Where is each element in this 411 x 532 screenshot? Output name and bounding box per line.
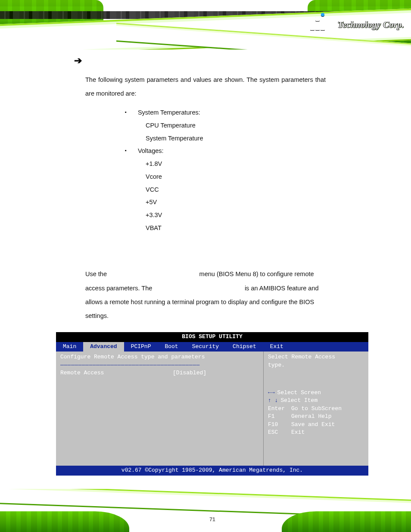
bullet-label: Voltages: [138,147,164,154]
bios-option-value: [Disabled] [173,370,206,376]
key-desc: Select Item [280,397,318,404]
brand-text: Technology Corp. [338,20,404,30]
section-number: 5.3.6 [56,250,72,258]
bios-right-pane: Select Remote Access type. ←→ Select Scr… [264,352,368,466]
list-sub-item: +1.8V [146,158,411,171]
registered-mark: ® [330,22,333,27]
key-code: Enter [268,405,289,413]
bios-tab-main[interactable]: Main [56,342,83,352]
bios-copyright: v02.67 ©Copyright 1985-2009, American Me… [121,467,303,473]
key-code: F1 [268,413,289,420]
bios-title: BIOS SETUP UTILITY [182,333,242,340]
caption-label: BIOS Menu 8: [56,480,94,486]
footer-pcb-right [282,511,411,532]
page-content: ➔ Hardware Health Event Monitoring The f… [0,53,411,482]
list-sub-item: +3.3V [146,209,411,222]
bios-tab-security[interactable]: Security [185,342,226,352]
bios-key-legend: ←→ Select Screen ↑ ↓ Select Item Enter G… [268,389,364,437]
bios-menu-bar: Main Advanced PCIPnP Boot Security Chips… [56,342,368,352]
key-code: F10 [268,421,289,429]
bios-screenshot: BIOS SETUP UTILITY Main Advanced PCIPnP … [56,332,368,475]
key-desc: General Help [291,413,332,420]
bios-caption: BIOS Menu 8: Remote Access Configuration [56,480,411,486]
bios-option-label: Remote Access [60,370,104,376]
section-b-heading: 5.3.6 Remote Access Configuration [56,250,411,258]
p-frag: settings. [85,312,109,319]
section-b-paragraph: Use the Remote Access Configuration menu… [85,267,359,323]
bullet-label: System Temperatures: [138,109,200,116]
section-a-intro: The following system parameters and valu… [85,73,326,100]
right-arrow-icon: ➔ [74,55,82,66]
bios-tab-advanced[interactable]: Advanced [83,342,124,352]
list-sub-item: System Temperature [146,132,411,145]
list-sub-item: Vcore [146,171,411,184]
p-ghost: Remote Access Configuration [154,285,243,292]
p-ghost: Remote Access Configuration [109,271,198,277]
bios-option-remote-access[interactable]: Remote Access [Disabled] [60,369,259,377]
bios-tab-exit[interactable]: Exit [263,342,290,352]
footer-pcb-left [0,511,129,532]
list-sub-item: +5V [146,196,411,209]
bios-help-line: type. [268,361,364,369]
bios-title-bar: BIOS SETUP UTILITY [56,332,368,342]
p-frag: menu (BIOS Menu 8) to configure remote [199,271,314,277]
page-num: 71 [209,516,215,523]
key-code: ESC [268,429,289,436]
list-item: System Temperatures: CPU Temperature Sys… [125,106,411,145]
bios-help-line: Select Remote Access [268,353,364,361]
bios-bottom-bar: v02.67 ©Copyright 1985-2009, American Me… [56,466,368,475]
caption-text: Remote Access Configuration [97,480,180,486]
list-sub-item: VBAT [146,222,411,235]
section-name: Remote Access Configuration [78,250,183,258]
key-desc: Save and Exit [291,421,335,429]
p-frag: is an AMIBIOS feature and [245,285,319,292]
p-frag: access parameters. The [85,285,152,292]
bios-tab-boot[interactable]: Boot [158,342,185,352]
p-frag: Use the [85,271,107,277]
page-footer-deco: Page 71 [0,489,411,532]
document-title: WAFER-PV-D4251/D5251/N4551 [245,23,328,29]
section-a-label: Hardware Health Event Monitoring [87,57,186,64]
key-desc: Go to SubScreen [291,405,342,413]
bios-subheading: Configure Remote Access type and paramet… [60,353,259,361]
arrow-lr-icon: ←→ [268,389,275,397]
page-header-deco: ® Technology Corp. WAFER-PV-D4251/D5251/… [0,0,411,50]
bios-divider: ——————————————————————————————————————— [60,361,259,369]
bios-left-pane: Configure Remote Access type and paramet… [56,352,264,466]
list-item: Voltages: +1.8V Vcore VCC +5V +3.3V VBAT [125,145,411,234]
page-label: Page [196,516,208,523]
page-number: Page 71 [196,516,215,523]
list-sub-item: VCC [146,184,411,196]
list-sub-item: CPU Temperature [146,119,411,132]
key-desc: Exit [291,429,305,436]
p-frag: allows a remote host running a terminal … [85,299,314,305]
parameters-list: System Temperatures: CPU Temperature Sys… [125,106,411,234]
arrow-ud-icon: ↑ ↓ [268,397,278,404]
bios-tab-pcipnp[interactable]: PCIPnP [124,342,158,352]
key-desc: Select Screen [277,389,321,397]
bios-tab-chipset[interactable]: Chipset [226,342,263,352]
